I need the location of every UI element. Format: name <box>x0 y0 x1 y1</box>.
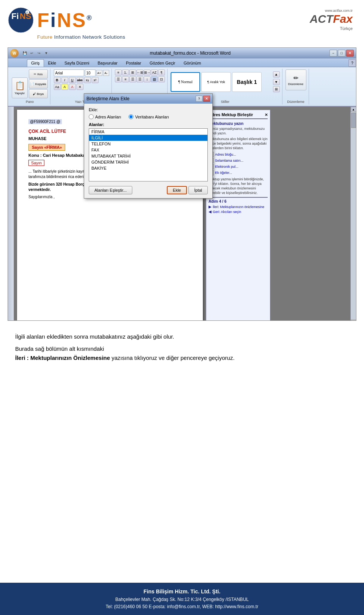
panel-section1-title: Mektubunuzu yazın <box>209 121 268 126</box>
list-item-telefon[interactable]: TELEFON <box>89 141 207 147</box>
firm-label: Sayın «FİRMA» <box>28 144 65 151</box>
tab-gozden-gecir[interactable]: Gözden Geçir <box>145 59 179 67</box>
styles-more[interactable]: ⊞ <box>273 86 280 92</box>
list-item-fax[interactable]: FAX <box>89 147 207 153</box>
list-item-mutabakat-tarihi[interactable]: MUTABAKAT TARİHİ <box>89 153 207 159</box>
page-header: Fi NS ® FiNS® Future Information Network… <box>0 0 364 44</box>
align-center-btn[interactable]: ≡ <box>122 76 129 82</box>
line-spacing-btn[interactable]: ↕ <box>144 76 151 82</box>
paste-btn[interactable]: 📋 Yapıştır <box>12 77 28 98</box>
tab-sayfa-duzeni[interactable]: Sayfa Düzeni <box>60 59 93 67</box>
text-effects-btn[interactable]: Aa <box>54 84 61 90</box>
vertical-ruler <box>8 107 14 321</box>
help-btn[interactable]: ? <box>348 59 356 67</box>
list-item-ilgili[interactable]: İLGİLİ <box>89 135 207 141</box>
scroll-up-btn[interactable]: ▲ <box>351 107 356 112</box>
align-left-btn[interactable]: ☰ <box>115 76 122 82</box>
format-painter-btn[interactable]: 🖌 Boya <box>29 89 48 98</box>
bold-btn[interactable]: B <box>54 77 61 83</box>
numbering-btn[interactable]: 1. <box>122 69 129 76</box>
font-color-btn[interactable]: A <box>69 84 76 90</box>
tab-goruntum[interactable]: Görünüm <box>179 59 205 67</box>
list-item-bakiye[interactable]: BAKİYE <box>89 165 207 171</box>
word-title-text: mutabakat_formu.docx - Microsoft Word <box>51 50 329 56</box>
show-para-btn[interactable]: ¶ <box>158 69 165 76</box>
scroll-down-btn[interactable]: ▼ <box>351 320 356 321</box>
font-name-input[interactable] <box>54 69 84 76</box>
styles-scroll-down[interactable]: ▼ <box>273 79 280 85</box>
vertical-scrollbar[interactable]: ▲ ▼ <box>350 107 356 321</box>
indent-increase-btn[interactable]: ⊞→ <box>144 69 151 76</box>
qa-arrow[interactable]: ▼ <box>43 50 49 56</box>
shading-btn[interactable]: ▧ <box>151 76 158 82</box>
tab-ekle[interactable]: Ekle <box>44 59 60 67</box>
alanlari-eslestir-btn[interactable]: Alanları Eşleştir... <box>89 186 132 194</box>
panel-close-btn[interactable]: ✕ <box>265 113 268 117</box>
dialog-close-btn[interactable]: ✕ <box>203 96 210 102</box>
iptal-btn[interactable]: İptal <box>188 186 208 194</box>
tab-giriş[interactable]: Giriş <box>27 59 44 67</box>
undo-qa-btn[interactable]: ↩ <box>29 50 35 56</box>
panel-step-back[interactable]: ◀ Geri: Alıcıları seçin <box>209 210 268 214</box>
radio-adres-input[interactable] <box>89 114 94 119</box>
font-grow-btn[interactable]: A+ <box>96 70 102 76</box>
font-shrink-btn[interactable]: A- <box>103 70 109 76</box>
description-section: İlgili alanları ekledikten sonra mutabak… <box>0 321 364 373</box>
bullets-btn[interactable]: ≡ <box>115 69 122 76</box>
radio-veritabani-input[interactable] <box>129 114 133 119</box>
clear-format-btn[interactable]: ✕ <box>77 84 83 90</box>
save-qa-btn[interactable]: 💾 <box>22 50 28 56</box>
panel-link-selamlama[interactable]: 📄 Selamlama satırı... <box>209 158 268 163</box>
list-item-gonderim-tarihi[interactable]: GÖNDERİM TARİHİ <box>89 159 207 165</box>
style-baslik1[interactable]: Başlık 1 <box>232 72 262 92</box>
cut-btn[interactable]: ✂ Kes <box>29 69 48 79</box>
style-aralik-yok[interactable]: ¶ Aralık Yok <box>201 72 231 92</box>
word-screenshot: W 💾 ↩ ↪ ▼ mutabakat_formu.docx - Microso… <box>8 47 356 321</box>
svg-text:®: ® <box>26 11 28 14</box>
panel-link-adres[interactable]: 📄 Adres bloğu... <box>209 152 268 157</box>
tab-basvurular[interactable]: Başvurular <box>93 59 122 67</box>
description-text1: İlgili alanları ekledikten sonra mutabak… <box>15 332 349 341</box>
justify-btn[interactable]: ☰ <box>136 76 143 82</box>
subscript-btn[interactable]: x₂ <box>84 77 91 83</box>
align-right-btn[interactable]: ☰ <box>129 76 136 82</box>
strikethrough-btn[interactable]: abc <box>77 77 83 83</box>
copy-btn[interactable]: 📄 Kopyala <box>29 79 48 88</box>
ekle-btn[interactable]: Ekle <box>167 186 187 194</box>
style-normal[interactable]: ¶ Normal <box>171 72 200 92</box>
scroll-thumb[interactable] <box>351 113 356 128</box>
dialog-ekle-label: Ekle: <box>89 107 208 112</box>
font-size-input[interactable] <box>85 69 96 76</box>
dialog-field-list[interactable]: FİRMA İLGİLİ TELEFON FAX MUTABAKAT TARİH… <box>89 128 208 181</box>
footer-company: Fins Bilişim Hizm. Tic. Ltd. Şti. <box>8 587 356 596</box>
svg-text:NS: NS <box>20 11 31 21</box>
text-highlight-btn[interactable]: A <box>61 84 68 90</box>
close-btn[interactable]: ✕ <box>346 50 354 57</box>
styles-scroll-up[interactable]: ▲ <box>273 71 280 77</box>
list-item-firma[interactable]: FİRMA <box>89 129 207 135</box>
multilevel-btn[interactable]: ⊞ <box>129 69 136 76</box>
panel-step-forward[interactable]: ▶ İleri: Mektuplarınızın önizlemesine <box>209 205 268 209</box>
dialog-help-btn[interactable]: ? <box>196 96 202 102</box>
superscript-btn[interactable]: x² <box>92 77 99 83</box>
radio-adres[interactable]: Adres Alanları <box>89 114 121 119</box>
minimize-btn[interactable]: − <box>329 50 337 57</box>
page-footer: Fins Bilişim Hizm. Tic. Ltd. Şti. Bahçel… <box>0 583 364 615</box>
panel-link-epul[interactable]: 📄 Elektronik pul... <box>209 164 268 169</box>
panel-text3: Mektup yazma işlemini bitirdiğinizde, İl… <box>209 177 268 195</box>
italic-btn[interactable]: I <box>61 77 68 83</box>
underline-btn[interactable]: U <box>69 77 76 83</box>
fax-text: Fax <box>333 13 353 25</box>
radio-veritabani[interactable]: Veritabanı Alanları <box>129 114 169 119</box>
redo-qa-btn[interactable]: ↪ <box>36 50 42 56</box>
indent-decrease-btn[interactable]: ←⊞ <box>136 69 143 76</box>
duzenleme-btn[interactable]: ✏ Düzenleme <box>286 69 306 90</box>
borders-btn[interactable]: ⊡ <box>158 76 165 82</box>
tab-postalar[interactable]: Postalar <box>122 59 145 67</box>
maximize-btn[interactable]: □ <box>338 50 345 57</box>
panel-link-ek[interactable]: 📄 Ek öğeler... <box>209 170 268 175</box>
ribbon-tabs: Giriş Ekle Sayfa Düzeni Başvurular Posta… <box>8 58 356 67</box>
footer-contact: Tel: (0216)460 06 50 E-posta: info@fins.… <box>8 603 356 610</box>
sort-btn[interactable]: AZ <box>151 69 158 76</box>
office-orb[interactable]: W <box>10 49 19 57</box>
